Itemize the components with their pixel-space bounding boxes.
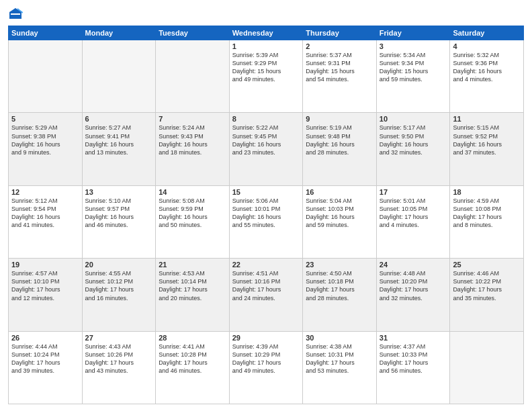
- calendar-cell: [156, 40, 230, 113]
- calendar-cell: 28Sunrise: 4:41 AMSunset: 10:28 PMDaylig…: [156, 331, 230, 404]
- calendar-cell: 30Sunrise: 4:38 AMSunset: 10:31 PMDaylig…: [303, 331, 377, 404]
- day-number: 3: [380, 42, 447, 50]
- calendar-cell: 8Sunrise: 5:22 AMSunset: 9:45 PMDaylight…: [229, 113, 303, 185]
- day-info: Sunrise: 5:04 AMSunset: 10:03 PMDaylight…: [306, 197, 373, 230]
- day-number: 20: [85, 261, 153, 269]
- calendar-cell: 29Sunrise: 4:39 AMSunset: 10:29 PMDaylig…: [229, 331, 303, 404]
- calendar-cell: 5Sunrise: 5:29 AMSunset: 9:38 PMDaylight…: [9, 113, 83, 185]
- calendar-table: SundayMondayTuesdayWednesdayThursdayFrid…: [8, 26, 524, 404]
- calendar-cell: 27Sunrise: 4:43 AMSunset: 10:26 PMDaylig…: [82, 331, 156, 404]
- calendar-cell: 14Sunrise: 5:08 AMSunset: 9:59 PMDayligh…: [156, 185, 230, 258]
- day-number: 14: [159, 188, 226, 196]
- day-number: 6: [85, 115, 153, 123]
- calendar-week-4: 19Sunrise: 4:57 AMSunset: 10:10 PMDaylig…: [9, 259, 524, 331]
- calendar-cell: 10Sunrise: 5:17 AMSunset: 9:50 PMDayligh…: [376, 113, 450, 185]
- logo: [8, 7, 24, 21]
- calendar-cell: 26Sunrise: 4:44 AMSunset: 10:24 PMDaylig…: [9, 331, 83, 404]
- day-info: Sunrise: 5:08 AMSunset: 9:59 PMDaylight:…: [159, 197, 226, 230]
- day-info: Sunrise: 4:59 AMSunset: 10:08 PMDaylight…: [453, 197, 521, 230]
- day-number: 28: [159, 334, 226, 342]
- day-number: 22: [232, 261, 300, 269]
- day-number: 26: [11, 334, 79, 342]
- calendar-cell: 1Sunrise: 5:39 AMSunset: 9:29 PMDaylight…: [229, 40, 303, 113]
- day-number: 21: [159, 261, 226, 269]
- day-header-wednesday: Wednesday: [229, 26, 303, 40]
- calendar-cell: 7Sunrise: 5:24 AMSunset: 9:43 PMDaylight…: [156, 113, 230, 185]
- day-info: Sunrise: 4:37 AMSunset: 10:33 PMDaylight…: [380, 342, 447, 375]
- day-info: Sunrise: 5:39 AMSunset: 9:29 PMDaylight:…: [232, 51, 300, 84]
- day-info: Sunrise: 4:43 AMSunset: 10:26 PMDaylight…: [85, 342, 153, 375]
- day-info: Sunrise: 4:38 AMSunset: 10:31 PMDaylight…: [306, 342, 373, 375]
- day-info: Sunrise: 4:46 AMSunset: 10:22 PMDaylight…: [453, 269, 521, 302]
- day-number: 29: [232, 334, 300, 342]
- day-info: Sunrise: 5:06 AMSunset: 10:01 PMDaylight…: [232, 197, 300, 230]
- day-number: 27: [85, 334, 153, 342]
- day-info: Sunrise: 5:27 AMSunset: 9:41 PMDaylight:…: [85, 124, 153, 156]
- day-number: 11: [453, 115, 521, 123]
- calendar-cell: 16Sunrise: 5:04 AMSunset: 10:03 PMDaylig…: [303, 185, 377, 258]
- calendar-cell: 19Sunrise: 4:57 AMSunset: 10:10 PMDaylig…: [9, 259, 83, 331]
- calendar-cell: 20Sunrise: 4:55 AMSunset: 10:12 PMDaylig…: [82, 259, 156, 331]
- day-info: Sunrise: 5:34 AMSunset: 9:34 PMDaylight:…: [380, 51, 447, 84]
- day-info: Sunrise: 4:41 AMSunset: 10:28 PMDaylight…: [159, 342, 226, 375]
- day-header-saturday: Saturday: [450, 26, 524, 40]
- day-number: 19: [11, 261, 79, 269]
- svg-rect-2: [11, 13, 20, 15]
- day-number: 9: [306, 115, 373, 123]
- calendar-cell: 31Sunrise: 4:37 AMSunset: 10:33 PMDaylig…: [376, 331, 450, 404]
- day-number: 16: [306, 188, 373, 196]
- day-info: Sunrise: 4:53 AMSunset: 10:14 PMDaylight…: [159, 269, 226, 302]
- page: SundayMondayTuesdayWednesdayThursdayFrid…: [0, 0, 532, 411]
- day-info: Sunrise: 5:10 AMSunset: 9:57 PMDaylight:…: [85, 197, 153, 230]
- day-header-thursday: Thursday: [303, 26, 377, 40]
- day-info: Sunrise: 4:50 AMSunset: 10:18 PMDaylight…: [306, 269, 373, 302]
- header: [8, 7, 524, 21]
- day-number: 13: [85, 188, 153, 196]
- day-number: 18: [453, 188, 521, 196]
- day-number: 30: [306, 334, 373, 342]
- day-info: Sunrise: 5:01 AMSunset: 10:05 PMDaylight…: [380, 197, 447, 230]
- day-info: Sunrise: 5:17 AMSunset: 9:50 PMDaylight:…: [380, 124, 447, 156]
- calendar-cell: [82, 40, 156, 113]
- day-number: 1: [232, 42, 300, 50]
- day-number: 24: [380, 261, 447, 269]
- day-info: Sunrise: 4:57 AMSunset: 10:10 PMDaylight…: [11, 269, 79, 302]
- day-info: Sunrise: 5:22 AMSunset: 9:45 PMDaylight:…: [232, 124, 300, 156]
- logo-icon: [8, 7, 23, 21]
- calendar-cell: [450, 331, 524, 404]
- day-info: Sunrise: 5:37 AMSunset: 9:31 PMDaylight:…: [306, 51, 373, 84]
- day-info: Sunrise: 5:32 AMSunset: 9:36 PMDaylight:…: [453, 51, 521, 84]
- calendar-cell: 11Sunrise: 5:15 AMSunset: 9:52 PMDayligh…: [450, 113, 524, 185]
- day-number: 7: [159, 115, 226, 123]
- day-info: Sunrise: 5:24 AMSunset: 9:43 PMDaylight:…: [159, 124, 226, 156]
- day-number: 25: [453, 261, 521, 269]
- day-number: 4: [453, 42, 521, 50]
- day-info: Sunrise: 4:44 AMSunset: 10:24 PMDaylight…: [11, 342, 79, 375]
- calendar-cell: 25Sunrise: 4:46 AMSunset: 10:22 PMDaylig…: [450, 259, 524, 331]
- calendar-cell: 4Sunrise: 5:32 AMSunset: 9:36 PMDaylight…: [450, 40, 524, 113]
- day-header-monday: Monday: [82, 26, 156, 40]
- day-info: Sunrise: 4:55 AMSunset: 10:12 PMDaylight…: [85, 269, 153, 302]
- calendar-header-row: SundayMondayTuesdayWednesdayThursdayFrid…: [9, 26, 524, 40]
- day-info: Sunrise: 4:48 AMSunset: 10:20 PMDaylight…: [380, 269, 447, 302]
- day-number: 10: [380, 115, 447, 123]
- calendar-cell: 22Sunrise: 4:51 AMSunset: 10:16 PMDaylig…: [229, 259, 303, 331]
- day-number: 31: [380, 334, 447, 342]
- day-header-friday: Friday: [376, 26, 450, 40]
- day-number: 5: [11, 115, 79, 123]
- day-info: Sunrise: 5:19 AMSunset: 9:48 PMDaylight:…: [306, 124, 373, 156]
- day-header-tuesday: Tuesday: [156, 26, 230, 40]
- day-number: 23: [306, 261, 373, 269]
- calendar-cell: 15Sunrise: 5:06 AMSunset: 10:01 PMDaylig…: [229, 185, 303, 258]
- day-info: Sunrise: 5:12 AMSunset: 9:54 PMDaylight:…: [11, 197, 79, 230]
- day-number: 17: [380, 188, 447, 196]
- day-number: 12: [11, 188, 79, 196]
- calendar-cell: 24Sunrise: 4:48 AMSunset: 10:20 PMDaylig…: [376, 259, 450, 331]
- calendar-week-5: 26Sunrise: 4:44 AMSunset: 10:24 PMDaylig…: [9, 331, 524, 404]
- calendar-cell: 23Sunrise: 4:50 AMSunset: 10:18 PMDaylig…: [303, 259, 377, 331]
- calendar-cell: 18Sunrise: 4:59 AMSunset: 10:08 PMDaylig…: [450, 185, 524, 258]
- day-info: Sunrise: 5:29 AMSunset: 9:38 PMDaylight:…: [11, 124, 79, 156]
- calendar-week-2: 5Sunrise: 5:29 AMSunset: 9:38 PMDaylight…: [9, 113, 524, 185]
- calendar-cell: 12Sunrise: 5:12 AMSunset: 9:54 PMDayligh…: [9, 185, 83, 258]
- calendar-week-3: 12Sunrise: 5:12 AMSunset: 9:54 PMDayligh…: [9, 185, 524, 258]
